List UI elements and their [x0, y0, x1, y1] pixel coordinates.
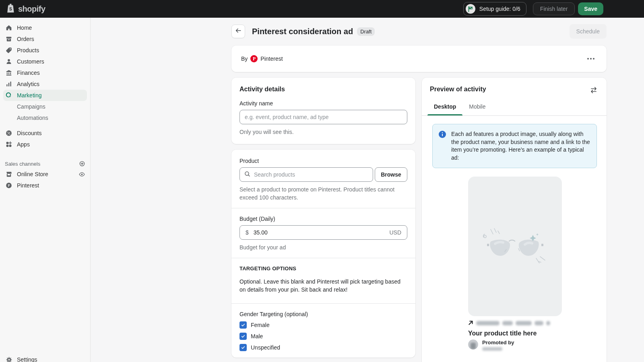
targeting-heading: TARGETING OPTIONS	[239, 265, 407, 272]
product-search-box[interactable]	[239, 167, 373, 182]
product-section: Product Browse Select a product to promo…	[231, 150, 415, 208]
save-button[interactable]: Save	[578, 2, 603, 15]
gear-icon	[5, 356, 13, 362]
preview-heading: Preview of activity	[430, 86, 486, 93]
setup-guide-label: Setup guide: 0/6	[479, 6, 520, 12]
activity-details-card: Activity details Activity name Only you …	[231, 78, 415, 144]
redacted-link-text	[516, 321, 532, 325]
pinterest-logo-icon: P	[250, 55, 258, 62]
main-content: Pinterest consideration ad Draft Schedul…	[91, 18, 644, 362]
product-label: Product	[239, 158, 407, 164]
redacted-link-text	[502, 321, 513, 325]
activity-name-input[interactable]	[239, 110, 407, 124]
sidebar-item-products[interactable]: Products	[3, 45, 87, 56]
promoted-by-label: Promoted by	[482, 339, 514, 346]
sidebar-item-marketing[interactable]: Marketing	[3, 90, 87, 101]
sidebar-item-apps[interactable]: Apps	[3, 139, 87, 150]
finish-later-button[interactable]: Finish later	[533, 2, 575, 15]
byline-brand: Pinterest	[260, 56, 283, 62]
currency-prefix: $	[246, 229, 249, 236]
dot-icon	[593, 58, 594, 60]
gender-targeting-section: Gender Targeting (optional) Female Male	[231, 303, 415, 358]
marketing-icon	[5, 91, 13, 99]
product-help: Select a product to promote on Pinterest…	[239, 185, 407, 202]
topbar: S shopify Setup guide: 0/6 Finish later …	[0, 0, 644, 18]
budget-input[interactable]	[254, 229, 290, 236]
product-search-input[interactable]	[254, 171, 369, 178]
example-ad-image	[468, 177, 562, 316]
external-arrow-icon	[468, 320, 473, 327]
shopify-bag-icon: S	[6, 2, 16, 15]
bank-icon	[5, 69, 13, 77]
preview-card: Preview of activity Desktop Mobile Ea	[422, 78, 607, 362]
targeting-options-section: TARGETING OPTIONS Optional. Leave this b…	[231, 258, 415, 303]
more-actions-button[interactable]	[585, 56, 597, 62]
schedule-button[interactable]: Schedule	[570, 24, 607, 39]
advertiser-avatar	[468, 339, 478, 350]
flag-icon	[466, 4, 475, 14]
status-badge: Draft	[357, 27, 375, 36]
setup-guide-button[interactable]: Setup guide: 0/6	[463, 2, 526, 16]
budget-help: Budget for your ad	[239, 243, 407, 251]
sidebar-item-pinterest[interactable]: P Pinterest	[3, 180, 87, 191]
ad-settings-card: Product Browse Select a product to promo…	[231, 150, 415, 358]
ad-link-row[interactable]	[468, 320, 573, 327]
budget-label: Budget (Daily)	[239, 216, 407, 222]
tag-icon	[5, 46, 13, 54]
sidebar-item-customers[interactable]: Customers	[3, 56, 87, 67]
svg-text:P: P	[8, 183, 10, 187]
sidebar-item-discounts[interactable]: Discounts	[3, 128, 87, 139]
add-channel-icon[interactable]	[79, 160, 85, 167]
info-banner: Each ad features a product image, usuall…	[432, 124, 597, 168]
tab-desktop[interactable]: Desktop	[427, 99, 462, 115]
targeting-description: Optional. Leave this blank and Pinterest…	[239, 278, 407, 294]
activity-details-heading: Activity details	[239, 86, 407, 93]
checked-checkbox-icon[interactable]	[239, 344, 247, 351]
page-header: Pinterest consideration ad Draft Schedul…	[231, 24, 607, 39]
checkbox-female[interactable]: Female	[239, 321, 407, 329]
preview-tabs: Desktop Mobile	[422, 99, 607, 116]
dot-icon	[590, 58, 592, 60]
sidebar-item-settings[interactable]: Settings	[3, 354, 87, 362]
view-online-store-eye-icon[interactable]	[78, 171, 85, 178]
sidebar-item-orders[interactable]: Orders	[3, 33, 87, 45]
shopify-wordmark: shopify	[18, 4, 45, 14]
discount-icon	[5, 129, 13, 137]
checkbox-unspecified[interactable]: Unspecified	[239, 344, 407, 351]
person-icon	[5, 58, 13, 66]
ad-product-title: Your product title here	[468, 330, 573, 337]
gender-targeting-label: Gender Targeting (optional)	[239, 311, 407, 317]
activity-name-help: Only you will see this.	[239, 128, 407, 136]
shopify-logo: S shopify	[6, 2, 45, 15]
redacted-advertiser-name	[482, 347, 502, 351]
currency-code: USD	[389, 229, 401, 236]
arrow-left-icon	[235, 27, 242, 35]
swap-preview-icon[interactable]	[589, 86, 599, 95]
redacted-link-text	[476, 321, 500, 325]
apps-grid-icon	[5, 140, 13, 148]
browse-button[interactable]: Browse	[375, 167, 407, 182]
sidebar-item-online-store[interactable]: Online Store	[3, 169, 87, 180]
home-icon	[5, 24, 13, 32]
sidebar: Home Orders Products Customers Finances	[0, 18, 91, 362]
sunglasses-illustration	[480, 224, 551, 269]
redacted-link-text	[546, 321, 550, 325]
sidebar-item-analytics[interactable]: Analytics	[3, 78, 87, 90]
pinterest-channel-icon: P	[5, 181, 13, 189]
budget-input-box[interactable]: $ USD	[239, 225, 407, 240]
checkbox-male[interactable]: Male	[239, 333, 407, 340]
budget-section: Budget (Daily) $ USD Budget for your ad	[231, 208, 415, 258]
orders-icon	[5, 35, 13, 43]
info-icon	[438, 130, 446, 162]
sidebar-item-finances[interactable]: Finances	[3, 67, 87, 78]
svg-text:S: S	[9, 7, 12, 11]
back-button[interactable]	[231, 25, 245, 38]
checked-checkbox-icon[interactable]	[239, 333, 247, 340]
sidebar-item-home[interactable]: Home	[3, 22, 87, 33]
tab-mobile[interactable]: Mobile	[462, 99, 492, 115]
byline-prefix: By	[241, 56, 248, 62]
checked-checkbox-icon[interactable]	[239, 321, 247, 329]
sales-channels-heading: Sales channels	[5, 161, 40, 167]
sidebar-item-campaigns[interactable]: Campaigns	[3, 101, 87, 112]
sidebar-item-automations[interactable]: Automations	[3, 112, 87, 123]
